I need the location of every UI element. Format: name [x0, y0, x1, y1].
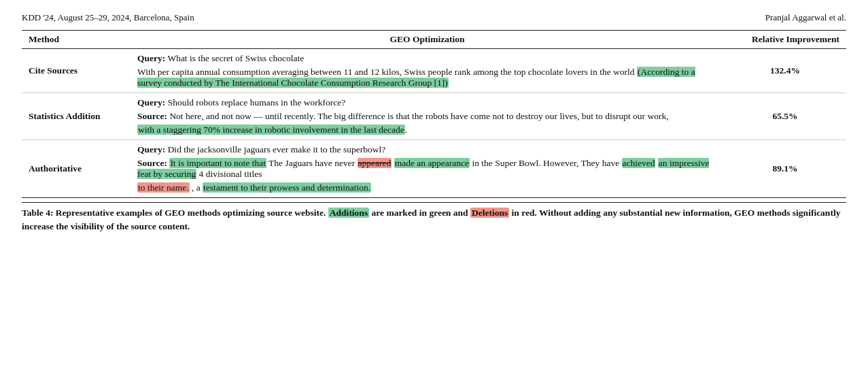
query-line-stats: Query: Should robots replace humans in t… [137, 97, 717, 108]
auth-green3: achieved [622, 158, 656, 168]
query-line: Query: What is the secret of Swiss choco… [137, 53, 717, 64]
improvement-stats: 65.5% [724, 93, 846, 140]
query-line-auth: Query: Did the jacksonville jaguars ever… [137, 144, 717, 155]
header-row: KDD '24, August 25–29, 2024, Barcelona, … [22, 12, 846, 23]
source-label-stats: Source: [137, 111, 167, 121]
geo-cite-sources: Query: What is the secret of Swiss choco… [131, 49, 724, 93]
source-line-stats: Source: Not here, and not now — until re… [137, 111, 717, 122]
source-line-auth: Source: It is important to note that The… [137, 158, 717, 180]
stats-period: . [405, 125, 407, 135]
col-geo: GEO Optimization [131, 31, 724, 49]
improvement-cite: 132.4% [724, 49, 846, 93]
col-improvement: Relative Improvement [724, 31, 846, 49]
auth-comma: , a [190, 182, 203, 193]
query-text: What is the secret of Swiss chocolate [167, 53, 304, 63]
auth-green2: made an appearance [394, 158, 470, 168]
content-normal: With per capita annual consumption avera… [137, 67, 637, 77]
query-text-auth: Did the jacksonville jaguars ever make i… [168, 144, 386, 154]
table-row: Cite Sources Query: What is the secret o… [22, 49, 846, 93]
caption-label: Table 4: [22, 208, 53, 218]
caption-additions: Additions [328, 208, 369, 218]
auth-normal2: in the Super Bowl. However, They have [470, 158, 621, 168]
main-table: Method GEO Optimization Relative Improve… [22, 30, 846, 198]
source-label-auth: Source: [137, 158, 167, 168]
source-text-stats: Not here, and not now — until recently. … [169, 111, 668, 121]
stats-green-text: with a staggering 70% increase in roboti… [137, 125, 405, 135]
page-container: KDD '24, August 25–29, 2024, Barcelona, … [0, 0, 868, 245]
auth-line2: to their name. , a testament to their pr… [137, 182, 717, 193]
geo-authoritative: Query: Did the jacksonville jaguars ever… [131, 140, 724, 198]
query-text-stats: Should robots replace humans in the work… [168, 97, 346, 108]
auth-normal4: 4 divisional titles [196, 169, 262, 179]
auth-green5: testament to their prowess and determina… [203, 182, 371, 193]
table-row: Authoritative Query: Did the jacksonvill… [22, 140, 846, 198]
content-line: With per capita annual consumption avera… [137, 67, 717, 88]
query-label-stats: Query: [137, 97, 165, 108]
auth-green1: It is important to note that [169, 158, 266, 168]
table-row: Statistics Addition Query: Should robots… [22, 93, 846, 140]
caption-text1: Representative examples of GEO methods o… [56, 208, 328, 218]
method-authoritative: Authoritative [22, 140, 131, 198]
method-cite-sources: Cite Sources [22, 49, 131, 93]
auth-normal1: The Jaguars have never [266, 158, 358, 168]
header-left: KDD '24, August 25–29, 2024, Barcelona, … [22, 12, 194, 23]
method-statistics: Statistics Addition [22, 93, 131, 140]
query-label: Query: [137, 53, 165, 63]
caption-row: Table 4: Representative examples of GEO … [22, 202, 846, 234]
auth-red2: to their name. [137, 182, 190, 193]
geo-statistics: Query: Should robots replace humans in t… [131, 93, 724, 140]
caption-deletions: Deletions [470, 208, 509, 218]
improvement-auth: 89.1% [724, 140, 846, 198]
col-method: Method [22, 31, 131, 49]
header-right: Pranjal Aggarwal et al. [765, 12, 846, 23]
caption-text2: are marked in green and [372, 208, 470, 218]
stats-green-line: with a staggering 70% increase in roboti… [137, 125, 717, 135]
auth-red1: appeared [358, 158, 392, 168]
query-label-auth: Query: [137, 144, 165, 154]
